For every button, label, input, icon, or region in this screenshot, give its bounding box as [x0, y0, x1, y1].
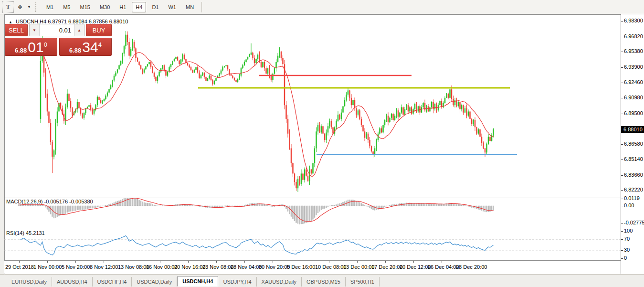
- timeframe-m30-button[interactable]: M30: [96, 2, 114, 12]
- rsi-pane-splitter[interactable]: [4, 228, 621, 228]
- price-axis-label: 6.85140: [624, 156, 643, 162]
- current-price-tag: 6.88010: [621, 126, 644, 133]
- price-axis-tick: [621, 37, 623, 37]
- timeframe-h1-button[interactable]: H1: [116, 2, 130, 12]
- macd-axis-label: -0.027754: [624, 220, 644, 225]
- price-axis-tick: [621, 67, 623, 68]
- date-axis-tick: [329, 261, 329, 263]
- rsi-axis-label: 30: [624, 247, 630, 253]
- price-axis-label: 6.90980: [624, 95, 643, 100]
- chart-tab-xauusd-daily[interactable]: XAUUSD,Daily: [257, 277, 302, 287]
- volume-decrease-icon[interactable]: ▼: [30, 24, 40, 36]
- macd-axis-label: 0.00: [624, 202, 634, 208]
- timeframe-mn-button[interactable]: MN: [182, 2, 198, 12]
- macd-name: MACD(12,26,9): [6, 199, 42, 204]
- timeframe-d1-button[interactable]: D1: [148, 2, 162, 12]
- toolbar-separator: [201, 2, 202, 12]
- timeframe-m15-button[interactable]: M15: [76, 2, 94, 12]
- price-axis-tick: [621, 144, 623, 145]
- timeframe-m5-button[interactable]: M5: [59, 2, 74, 12]
- volume-increase-icon[interactable]: ▲: [74, 24, 84, 36]
- rsi-axis-tick: [621, 250, 623, 251]
- date-axis-label: 20 Nov 16:00: [174, 264, 205, 270]
- chart-tab-usdjpy-h4[interactable]: USDJPY,H4: [218, 277, 256, 287]
- date-axis-label: 5 Nov 20:00: [62, 264, 90, 270]
- chart-tab-usdchf-h4[interactable]: USDCHF,H4: [93, 277, 132, 287]
- macd-label: MACD(12,26,9) -0.005176 -0.005380: [6, 199, 93, 204]
- timeframe-w1-button[interactable]: W1: [164, 2, 180, 12]
- sell-button[interactable]: SELL: [5, 24, 28, 36]
- date-axis-label: 10 Dec 08:00: [315, 264, 346, 270]
- chart-tab-eurusd-daily[interactable]: EURUSD,Daily: [7, 277, 52, 287]
- date-axis-label: 28 Dec 20:00: [456, 264, 487, 270]
- price-axis-label: 6.93900: [624, 64, 643, 70]
- rsi-label: RSI(14) 45.2131: [6, 230, 45, 236]
- chart-tab-usdcnh-h4[interactable]: USDCNH,H4: [177, 276, 218, 287]
- macd-values: -0.005176 -0.005380: [44, 199, 93, 204]
- buy-price-point: 4: [98, 39, 102, 51]
- macd-axis-label: 0.0119: [624, 195, 640, 201]
- sell-price-base: 6.88: [15, 47, 27, 54]
- date-axis-tick: [19, 261, 20, 263]
- date-axis-label: 30 Nov 20:00: [259, 264, 290, 270]
- rsi-indicator-canvas[interactable]: [4, 228, 621, 261]
- volume-field[interactable]: 0.01: [40, 24, 74, 36]
- date-axis-tick: [413, 261, 414, 263]
- price-axis-tick: [621, 190, 623, 191]
- buy-button[interactable]: BUY: [86, 24, 112, 36]
- date-axis-tick: [75, 261, 76, 263]
- chart-tab-gbpusd-m15[interactable]: GBPUSD,M15: [302, 277, 346, 287]
- price-axis-label: 6.92460: [624, 79, 643, 85]
- sell-price-point: 0: [44, 39, 47, 51]
- rsi-name: RSI(14): [6, 230, 24, 236]
- date-axis-tick: [132, 261, 132, 263]
- price-axis-border: [621, 14, 621, 274]
- chart-tab-audusd-h4[interactable]: AUDUSD,H4: [52, 277, 93, 287]
- date-axis-label: 16 Nov 00:00: [146, 264, 177, 270]
- date-axis-label: 8 Nov 12:00: [90, 264, 118, 270]
- price-axis-label: 6.83660: [624, 172, 643, 178]
- sell-price-pips: 01: [28, 41, 43, 54]
- price-axis-tick: [621, 159, 623, 160]
- rsi-axis-label: 100: [624, 228, 633, 234]
- date-axis-label: 20 Dec 12:00: [400, 264, 431, 270]
- buy-price-display[interactable]: 6.88 34 4: [59, 38, 112, 56]
- date-axis-label: 1 Nov 00:00: [33, 264, 62, 270]
- date-axis-label: 26 Dec 04:00: [428, 264, 459, 270]
- price-axis-tick: [621, 52, 623, 52]
- price-axis[interactable]: 6.983006.968206.953806.939006.924606.909…: [621, 14, 644, 274]
- date-axis-label: 23 Nov 08:00: [202, 264, 233, 270]
- date-axis-tick: [104, 261, 104, 263]
- timeframe-h4-button[interactable]: H4: [132, 2, 146, 12]
- date-axis-tick: [385, 261, 386, 263]
- arrow-objects-icon[interactable]: ❖: [15, 2, 25, 12]
- date-axis-tick: [301, 261, 301, 263]
- rsi-axis-label: 70: [624, 236, 630, 242]
- arrow-objects-dropdown-icon[interactable]: ▼: [27, 5, 31, 9]
- buy-price-pips: 34: [82, 41, 98, 54]
- rsi-axis-label: 0: [624, 255, 627, 261]
- timeframe-m1-button[interactable]: M1: [42, 2, 57, 12]
- date-axis-tick: [160, 261, 160, 263]
- date-axis-label: 5 Dec 16:00: [287, 264, 315, 270]
- sell-price-display[interactable]: 6.88 01 0: [5, 38, 57, 56]
- price-axis-tick: [621, 83, 623, 83]
- price-axis-label: 6.82220: [624, 187, 643, 192]
- date-axis-border: [4, 260, 621, 261]
- price-axis-label: 6.89500: [624, 110, 643, 116]
- text-label-tool-button[interactable]: T: [2, 1, 14, 13]
- price-axis-tick: [621, 114, 623, 114]
- date-axis-tick: [442, 261, 442, 263]
- macd-indicator-canvas[interactable]: [4, 198, 621, 228]
- date-axis[interactable]: 29 Oct 20181 Nov 00:005 Nov 20:008 Nov 1…: [4, 261, 621, 274]
- macd-pane-splitter[interactable]: [4, 198, 621, 198]
- chart-tab-sp500-h1[interactable]: SP500,H1: [346, 277, 380, 287]
- rsi-value: 45.2131: [26, 230, 45, 236]
- price-axis-label: 6.86580: [624, 141, 643, 147]
- price-axis-tick: [621, 98, 623, 98]
- chart-tab-usdcad-daily[interactable]: USDCAD,Daily: [132, 277, 177, 287]
- rsi-axis-tick: [621, 239, 623, 240]
- date-axis-tick: [188, 261, 189, 263]
- date-axis-tick: [47, 261, 48, 263]
- date-axis-label: 13 Nov 08:00: [118, 264, 149, 270]
